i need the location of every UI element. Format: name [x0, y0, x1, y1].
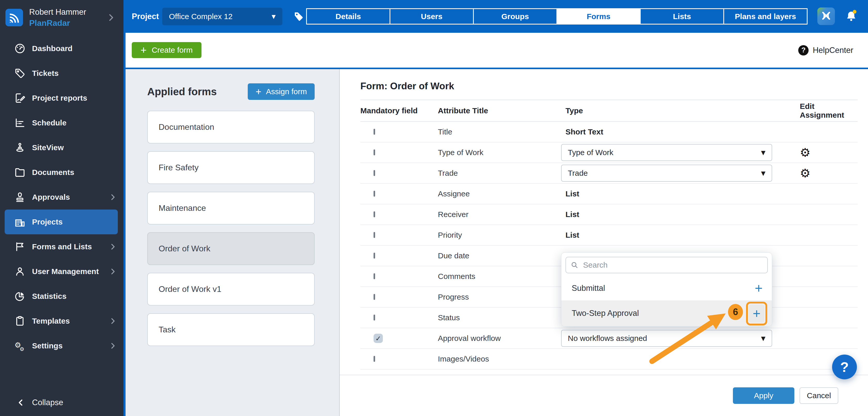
form-card-task[interactable]: Task: [147, 313, 315, 346]
sidebar-item-documents[interactable]: Documents: [0, 160, 123, 185]
user-name: Robert Hammer: [29, 7, 106, 17]
type-text: List: [561, 189, 579, 198]
mandatory-checkbox[interactable]: [374, 191, 375, 197]
sidebar-item-label: Schedule: [32, 118, 117, 127]
sidebar-item-label: Dashboard: [32, 44, 117, 53]
mandatory-checkbox[interactable]: [374, 149, 375, 155]
type-select-approval-workflow[interactable]: No workflows assigned▼: [561, 330, 772, 347]
table-row-approval-workflow: ✓Approval workflowNo workflows assigned▼: [361, 328, 858, 349]
table-rows: TitleShort TextType of WorkType of Work▼…: [361, 122, 858, 370]
edit-assignment-gear-icon[interactable]: ⚙: [784, 166, 810, 180]
dashboard-icon: [14, 43, 26, 55]
search-input[interactable]: [565, 257, 768, 273]
table-row-type-of-work: Type of WorkType of Work▼⚙: [361, 142, 858, 163]
chevron-right-icon: [108, 193, 117, 202]
assign-form-label: Assign form: [266, 87, 307, 96]
account-menu[interactable]: Robert Hammer PlanRadar: [0, 0, 123, 35]
mandatory-checkbox[interactable]: [374, 211, 375, 217]
settings-icon: ⚙⚙: [14, 340, 26, 352]
mandatory-checkbox[interactable]: [374, 129, 375, 135]
form-card-fire-safety[interactable]: Fire Safety: [147, 151, 315, 184]
help-fab-button[interactable]: ?: [832, 355, 857, 379]
sidebar-item-schedule[interactable]: Schedule: [0, 110, 123, 135]
attribute-title: Title: [438, 128, 561, 136]
form-card-order-of-work-v1[interactable]: Order of Work v1: [147, 273, 315, 306]
content-top-divider: [126, 68, 868, 69]
forms-and-lists-icon: [14, 241, 26, 253]
mandatory-checkbox[interactable]: [374, 273, 375, 279]
sidebar-item-settings[interactable]: ⚙⚙Settings: [0, 334, 123, 358]
secondary-toolbar: + Create form ? HelpCenter: [126, 33, 868, 68]
type-select-type-of-work[interactable]: Type of Work▼: [561, 144, 772, 161]
tab-lists[interactable]: Lists: [640, 8, 724, 25]
sidebar-item-projects[interactable]: Projects: [5, 210, 118, 234]
form-card-documentation[interactable]: Documentation: [147, 111, 315, 143]
collapse-button[interactable]: Collapse: [0, 389, 121, 416]
sidebar-item-dashboard[interactable]: Dashboard: [0, 36, 123, 61]
edit-assignment-gear-icon[interactable]: ⚙: [784, 145, 810, 160]
search-icon: [570, 261, 579, 269]
workflow-search: [565, 257, 768, 273]
mandatory-checkbox[interactable]: ✓: [374, 334, 383, 343]
table-row-assignee: AssigneeList: [361, 184, 858, 204]
sidebar-item-forms-and-lists[interactable]: Forms and Lists: [0, 234, 123, 259]
table-row-priority: PriorityList: [361, 225, 858, 246]
attribute-title: Receiver: [438, 210, 561, 219]
create-form-label: Create form: [152, 46, 192, 55]
annotation-badge: 6: [728, 304, 743, 320]
sidebar-item-user-management[interactable]: User Management: [0, 259, 123, 284]
workflow-option-submittal[interactable]: Submittal+: [561, 276, 772, 300]
tab-groups[interactable]: Groups: [473, 8, 557, 25]
sidebar-item-label: Forms and Lists: [32, 242, 108, 251]
type-select-trade[interactable]: Trade▼: [561, 165, 772, 182]
tab-users[interactable]: Users: [390, 8, 474, 25]
mandatory-checkbox[interactable]: [374, 253, 375, 258]
attribute-title: Assignee: [438, 189, 561, 198]
mandatory-checkbox[interactable]: [374, 315, 375, 320]
help-center-link[interactable]: ? HelpCenter: [798, 33, 853, 68]
mandatory-checkbox[interactable]: [374, 356, 375, 362]
sidebar-item-project-reports[interactable]: Project reports: [0, 86, 123, 110]
integrations-button[interactable]: [817, 7, 835, 25]
sidebar-item-tickets[interactable]: Tickets: [0, 61, 123, 86]
schedule-icon: [14, 117, 26, 129]
cancel-button[interactable]: Cancel: [800, 387, 838, 404]
workflow-popup: Submittal+Two-Step Approval6+: [561, 252, 772, 326]
add-workflow-button[interactable]: +: [749, 305, 765, 322]
tab-plans-and-layers[interactable]: Plans and layers: [723, 8, 808, 25]
user-management-icon: [14, 266, 26, 277]
chevron-right-icon: [108, 242, 117, 251]
project-select[interactable]: Office Complex 12 ▼: [162, 8, 282, 25]
attribute-title: Comments: [438, 272, 561, 281]
topbar: Project Office Complex 12 ▼ DetailsUsers…: [123, 0, 868, 33]
attribute-title: Approval workflow: [438, 334, 561, 343]
tab-details[interactable]: Details: [306, 8, 390, 25]
tag-icon[interactable]: [293, 10, 305, 23]
account-info: Robert Hammer PlanRadar: [29, 7, 106, 28]
project-select-value: Office Complex 12: [169, 12, 272, 21]
sidebar-item-siteview[interactable]: SiteView: [0, 135, 123, 160]
add-workflow-button[interactable]: +: [755, 282, 763, 295]
tab-forms[interactable]: Forms: [556, 8, 641, 25]
mandatory-checkbox[interactable]: [374, 170, 375, 176]
attribute-title: Priority: [438, 231, 561, 240]
sidebar-item-approvals[interactable]: Approvals: [0, 185, 123, 210]
sidebar-item-label: User Management: [32, 267, 108, 276]
sidebar-item-templates[interactable]: Templates: [0, 309, 123, 334]
notifications-button[interactable]: [844, 8, 859, 24]
mandatory-checkbox[interactable]: [374, 294, 375, 300]
form-card-order-of-work[interactable]: Order of Work: [147, 232, 315, 265]
mandatory-checkbox[interactable]: [374, 232, 375, 238]
documents-icon: [14, 167, 26, 178]
assign-form-button[interactable]: + Assign form: [248, 83, 315, 100]
chevron-down-icon: ▼: [761, 335, 766, 342]
create-form-button[interactable]: + Create form: [132, 42, 202, 58]
sidebar-item-statistics[interactable]: Statistics: [0, 284, 123, 309]
chevron-down-icon: ▼: [272, 13, 276, 20]
select-value: No workflows assigned: [568, 334, 761, 343]
sidebar-item-label: Approvals: [32, 193, 108, 202]
workflow-option-two-step-approval[interactable]: Two-Step Approval6+: [561, 300, 772, 326]
attribute-title: Progress: [438, 292, 561, 302]
apply-button[interactable]: Apply: [733, 387, 795, 404]
form-card-maintenance[interactable]: Maintenance: [147, 192, 315, 224]
